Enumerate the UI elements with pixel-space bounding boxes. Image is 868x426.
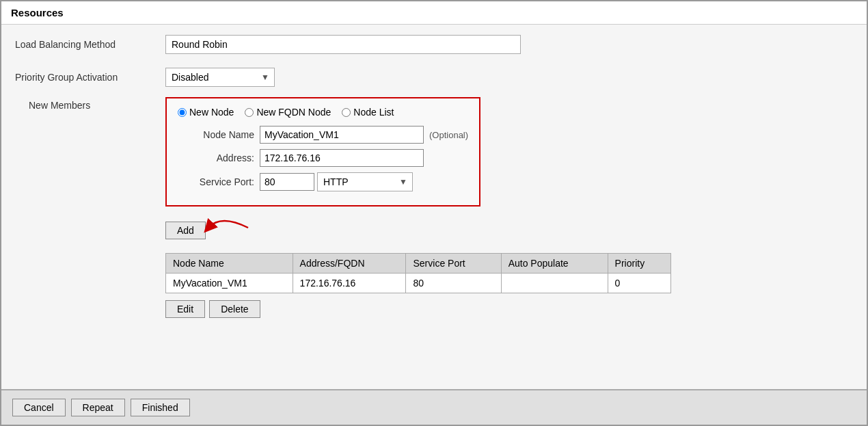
col-auto-populate: Auto Populate xyxy=(501,254,608,274)
service-port-label: Service Port: xyxy=(178,176,260,187)
optional-text: (Optional) xyxy=(429,130,468,140)
bottom-bar: Cancel Repeat Finished xyxy=(1,389,867,425)
cell-priority: 0 xyxy=(608,274,670,293)
load-balancing-label: Load Balancing Method xyxy=(15,39,165,50)
service-port-input[interactable] xyxy=(260,173,314,191)
cell-address: 172.16.76.16 xyxy=(293,274,406,293)
service-type-select[interactable]: HTTP HTTPS FTP Any xyxy=(317,172,413,191)
priority-group-dropdown-wrapper: Disabled Enabled ▼ xyxy=(165,68,275,87)
node-form-box: New Node New FQDN Node Node List xyxy=(165,97,480,207)
table-actions: Edit Delete xyxy=(165,300,853,318)
content-area: Load Balancing Method Round Robin Least … xyxy=(1,25,867,389)
table-header-row: Node Name Address/FQDN Service Port Auto… xyxy=(166,254,671,274)
table-row: MyVacation_VM1 172.16.76.16 80 0 xyxy=(166,274,671,293)
radio-new-fqdn-node[interactable]: New FQDN Node xyxy=(245,107,331,118)
members-table: Node Name Address/FQDN Service Port Auto… xyxy=(165,253,671,293)
service-type-dropdown-wrapper: HTTP HTTPS FTP Any ▼ xyxy=(317,172,413,191)
new-members-row: New Members New Node New FQDN xyxy=(29,97,853,318)
service-port-row: Service Port: HTTP HTTPS FTP Any xyxy=(178,172,468,191)
radio-new-node-label: New Node xyxy=(189,107,234,118)
delete-button[interactable]: Delete xyxy=(209,300,260,318)
cancel-button[interactable]: Cancel xyxy=(12,399,66,416)
cell-node-name: MyVacation_VM1 xyxy=(166,274,293,293)
new-members-content: New Node New FQDN Node Node List xyxy=(165,97,853,318)
priority-group-label: Priority Group Activation xyxy=(15,72,165,83)
priority-group-select[interactable]: Disabled Enabled xyxy=(165,68,275,87)
node-name-label: Node Name xyxy=(178,129,260,140)
address-input[interactable] xyxy=(260,149,424,167)
radio-new-fqdn-label: New FQDN Node xyxy=(256,107,331,118)
new-members-label: New Members xyxy=(29,97,165,111)
col-priority: Priority xyxy=(608,254,670,274)
radio-node-list-label: Node List xyxy=(353,107,394,118)
repeat-button[interactable]: Repeat xyxy=(71,399,125,416)
load-balancing-row: Load Balancing Method Round Robin Least … xyxy=(15,31,853,57)
radio-node-list-input[interactable] xyxy=(342,108,351,117)
radio-new-node-input[interactable] xyxy=(178,108,187,117)
radio-new-fqdn-input[interactable] xyxy=(245,108,254,117)
node-type-radio-row: New Node New FQDN Node Node List xyxy=(178,107,468,118)
cell-auto-populate xyxy=(501,274,608,293)
form-section: Load Balancing Method Round Robin Least … xyxy=(1,25,867,332)
cell-service-port: 80 xyxy=(406,274,501,293)
node-name-row: Node Name (Optional) xyxy=(178,126,468,144)
address-label: Address: xyxy=(178,152,260,163)
load-balancing-control: Round Robin Least Connections Ratio Fast… xyxy=(165,35,853,54)
address-row: Address: xyxy=(178,149,468,167)
main-container: Resources Load Balancing Method Round Ro… xyxy=(0,0,868,426)
col-address-fqdn: Address/FQDN xyxy=(293,254,406,274)
col-node-name: Node Name xyxy=(166,254,293,274)
priority-group-control: Disabled Enabled ▼ xyxy=(165,68,853,87)
col-service-port: Service Port xyxy=(406,254,501,274)
node-name-input[interactable] xyxy=(260,126,424,144)
page-title: Resources xyxy=(1,1,867,25)
edit-button[interactable]: Edit xyxy=(165,300,205,318)
add-button-row: Add xyxy=(165,216,853,245)
add-button[interactable]: Add xyxy=(165,222,206,239)
port-service-controls: HTTP HTTPS FTP Any ▼ xyxy=(260,172,413,191)
load-balancing-dropdown-wrapper: Round Robin Least Connections Ratio Fast… xyxy=(165,35,521,54)
add-arrow-annotation xyxy=(207,211,275,245)
finished-button[interactable]: Finished xyxy=(131,399,190,416)
radio-node-list[interactable]: Node List xyxy=(342,107,394,118)
priority-group-row: Priority Group Activation Disabled Enabl… xyxy=(15,64,853,90)
radio-new-node[interactable]: New Node xyxy=(178,107,234,118)
load-balancing-select[interactable]: Round Robin Least Connections Ratio Fast… xyxy=(165,35,521,54)
